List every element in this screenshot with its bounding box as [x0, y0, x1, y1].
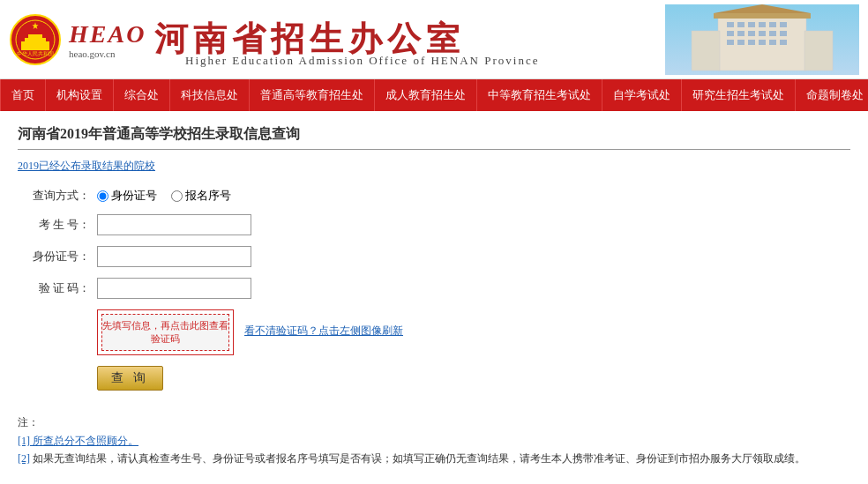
radio-reg-number[interactable]: [171, 190, 183, 202]
captcha-label: 验 证 码：: [26, 280, 90, 296]
id-card-input[interactable]: [97, 246, 251, 267]
svg-rect-15: [727, 31, 734, 36]
student-id-row: 考 生 号：: [26, 214, 850, 235]
option-id-card-label: 身份证号: [111, 188, 157, 204]
main-nav: 首页 机构设置 综合处 科技信息处 普通高等教育招生处 成人教育招生处 中等教育…: [0, 79, 868, 111]
student-id-label: 考 生 号：: [26, 217, 90, 233]
captcha-input[interactable]: [97, 278, 251, 299]
svg-rect-26: [780, 40, 787, 45]
heao-abbr: HEAO: [69, 20, 146, 48]
svg-rect-17: [748, 31, 755, 36]
svg-rect-21: [727, 40, 734, 45]
page-title: 河南省2019年普通高等学校招生录取信息查询: [18, 125, 850, 150]
heao-url: heao.gov.cn: [69, 48, 115, 59]
nav-institution[interactable]: 机构设置: [46, 79, 114, 111]
captcha-refresh-text: 看不清验证码？点击左侧图像刷新: [244, 324, 403, 339]
captcha-refresh-link[interactable]: 看不清验证码？点击左侧图像刷新: [244, 324, 403, 337]
svg-rect-18: [759, 31, 766, 36]
main-content: 河南省2019年普通高等学校招生录取信息查询 2019已经公布录取结果的院校 查…: [0, 111, 868, 484]
svg-rect-30: [804, 31, 833, 71]
svg-rect-14: [780, 22, 787, 27]
nav-secondary-ed[interactable]: 中等教育招生考试处: [477, 79, 602, 111]
nav-general[interactable]: 综合处: [114, 79, 170, 111]
svg-rect-29: [692, 31, 720, 71]
svg-rect-16: [737, 31, 745, 36]
svg-rect-25: [769, 40, 776, 45]
captcha-section: 先填写信息，再点击此图查看验证码 看不清验证码？点击左侧图像刷新: [97, 309, 850, 355]
id-card-label: 身份证号：: [26, 249, 90, 264]
svg-rect-27: [714, 13, 811, 19]
captcha-box[interactable]: 先填写信息，再点击此图查看验证码: [97, 309, 234, 355]
svg-rect-12: [759, 22, 766, 27]
svg-rect-10: [737, 22, 745, 27]
query-method-options: 身份证号 报名序号: [97, 188, 231, 204]
national-emblem: 中华人民共和国: [9, 13, 62, 66]
nav-exam-paper[interactable]: 命题制卷处: [796, 79, 868, 111]
heao-branding: HEAO heao.gov.cn: [69, 20, 146, 59]
svg-rect-4: [28, 34, 42, 39]
query-method-row: 查询方式： 身份证号 报名序号: [26, 188, 850, 204]
svg-rect-20: [780, 31, 787, 36]
svg-text:中华人民共和国: 中华人民共和国: [17, 51, 54, 56]
id-card-row: 身份证号：: [26, 246, 850, 267]
svg-rect-9: [727, 22, 734, 27]
captcha-input-row: 验 证 码：: [26, 278, 850, 299]
notes-title: 注：: [18, 415, 850, 430]
notes-section: 注： [1] 所查总分不含照顾分。 [2] 如果无查询结果，请认真检查考生号、身…: [18, 415, 850, 467]
svg-rect-19: [769, 31, 776, 36]
nav-home[interactable]: 首页: [0, 79, 46, 111]
svg-rect-23: [748, 40, 755, 45]
svg-rect-11: [748, 22, 755, 27]
note2: [2] 如果无查询结果，请认真检查考生号、身份证号或者报名序号填写是否有误；如填…: [18, 450, 850, 467]
logo-area: 中华人民共和国 HEAO heao.gov.cn: [9, 13, 146, 66]
note2-text: 如果无查询结果，请认真检查考生号、身份证号或者报名序号填写是否有误；如填写正确仍…: [30, 452, 805, 465]
query-method-label: 查询方式：: [26, 188, 90, 204]
published-schools-link[interactable]: 2019已经公布录取结果的院校: [18, 159, 850, 174]
svg-rect-22: [737, 40, 745, 45]
query-form: 查询方式： 身份证号 报名序号 考 生 号： 身份证号：: [26, 188, 850, 391]
building-image: [665, 4, 859, 75]
student-id-input[interactable]: [97, 214, 251, 235]
radio-id-card[interactable]: [97, 190, 108, 202]
query-button[interactable]: 查 询: [97, 366, 163, 391]
option-reg-number[interactable]: 报名序号: [171, 188, 231, 204]
site-title-en: Higher Education Admission Office of HEN…: [185, 54, 539, 68]
nav-adult-ed[interactable]: 成人教育招生处: [375, 79, 477, 111]
note1[interactable]: [1] 所查总分不含照顾分。: [18, 434, 850, 449]
nav-higher-ed[interactable]: 普通高等教育招生处: [250, 79, 375, 111]
captcha-image[interactable]: 先填写信息，再点击此图查看验证码: [101, 314, 229, 351]
option-id-card[interactable]: 身份证号: [97, 188, 157, 204]
option-reg-number-label: 报名序号: [185, 188, 231, 204]
nav-self-study[interactable]: 自学考试处: [602, 79, 682, 111]
building-svg: [665, 4, 859, 75]
note2-link[interactable]: [2]: [18, 452, 30, 465]
nav-graduate[interactable]: 研究生招生考试处: [682, 79, 796, 111]
header: 中华人民共和国 HEAO heao.gov.cn 河南省招生办公室 Higher…: [0, 0, 868, 79]
nav-science-info[interactable]: 科技信息处: [170, 79, 250, 111]
svg-rect-24: [759, 40, 766, 45]
svg-rect-13: [769, 22, 776, 27]
